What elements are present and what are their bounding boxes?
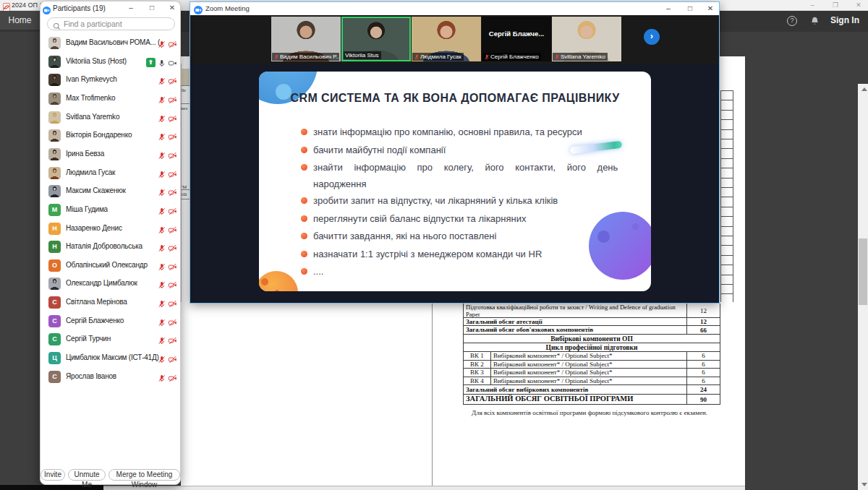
participant-row[interactable]: СЯрослав Іванов [41, 368, 182, 387]
video-tile[interactable]: Сергій Блажче...Сергій Блажченко [482, 17, 551, 61]
search-icon [53, 20, 61, 33]
video-tile[interactable]: Вадим Васильович Р... [271, 17, 341, 61]
tab-home[interactable]: Home [0, 11, 40, 30]
participant-row[interactable]: Ivan Rymkevych [41, 71, 182, 90]
bullet-dot-icon [301, 197, 307, 204]
acrobat-restore-button[interactable]: ❐ [827, 1, 843, 9]
camera-off-icon [168, 279, 177, 292]
search-input[interactable] [64, 19, 172, 29]
camera-off-icon [168, 242, 177, 255]
camera-off-icon [168, 168, 177, 181]
participant-row[interactable]: ССергій Блажченко [41, 312, 182, 331]
participants-panel-title: Participants (19) [53, 4, 106, 12]
participant-status-icons [158, 113, 177, 126]
video-tile[interactable]: Viktoriia Stus [341, 17, 411, 61]
participants-minimize-button[interactable]: – [124, 4, 138, 12]
participant-status-icons [158, 205, 177, 218]
participant-row[interactable]: Людмила Гусак [41, 164, 182, 183]
participant-name: Ivan Rymkevych [66, 75, 160, 83]
bullet-dot-icon [301, 164, 307, 171]
table-row: Загальний обсяг вибіркових компонентів24 [464, 385, 720, 395]
doc-text-fragment: 'М [182, 184, 187, 189]
participants-close-button[interactable]: ✕ [165, 4, 179, 12]
participant-name: Олександр Цимбалюк [66, 279, 160, 287]
table-section-header: Вибіркові компоненти ОП [464, 335, 720, 343]
participant-row[interactable]: Viktoriia Stus (Host) [41, 53, 182, 72]
next-participants-button[interactable]: › [644, 29, 660, 45]
participant-row[interactable]: Ірина Бевза [41, 145, 182, 164]
scrollbar-down-arrow[interactable] [861, 483, 867, 486]
participant-row[interactable]: ССергій Турчин [41, 330, 182, 349]
bullet-dot-icon [301, 129, 307, 135]
mic-muted-icon [158, 298, 166, 311]
participant-status-icons [158, 261, 177, 274]
participant-letter-avatar: Н [48, 241, 61, 253]
participant-status-icons [158, 168, 177, 181]
sign-in-button[interactable]: Sign In [830, 15, 859, 25]
bullet-dot-icon [301, 268, 307, 275]
table-fragment-line [720, 226, 733, 227]
notifications-bell-icon[interactable] [810, 16, 820, 29]
scrollbar-thumb[interactable] [859, 238, 867, 305]
table-row: Загальний обсяг обов'язкових компонентів… [464, 326, 720, 335]
participant-row[interactable]: Олександр Цимбалюк [41, 275, 182, 293]
participant-letter-avatar: С [48, 333, 61, 345]
participant-status-icons [158, 94, 177, 107]
participants-maximize-button[interactable]: □ [145, 4, 159, 12]
participant-row[interactable]: Svitlana Yaremko [41, 108, 182, 127]
participant-row[interactable]: ЦЦимбалюк Максим (ІСТ-41Д) [41, 349, 182, 368]
participant-status-icons [158, 353, 177, 366]
table-fragment-line [720, 168, 733, 168]
table-cell-label: Вибірковий компонент* / Optional Subject… [491, 352, 686, 360]
participant-status-icons [158, 298, 177, 311]
table-row: Цикл професійної підготовки [464, 343, 720, 352]
participant-photo-avatar [48, 278, 61, 290]
table-fragment-line [720, 119, 733, 120]
participant-row[interactable]: ССвітлана Мерінова [41, 293, 182, 312]
table-fragment-line [720, 129, 733, 130]
participant-row[interactable]: Max Trofimenko [41, 90, 182, 108]
unmute-me-button[interactable]: Unmute Me [68, 469, 106, 481]
table-cell-value: 12 [686, 318, 720, 325]
participant-row[interactable]: ООблапінський Олександр [41, 257, 182, 275]
camera-off-icon [168, 150, 177, 163]
video-tile[interactable]: Людмила Гусак [412, 17, 481, 61]
camera-off-icon [168, 224, 177, 237]
merge-to-meeting-window-button[interactable]: Merge to Meeting Window [109, 469, 180, 481]
table-cell-value: 6 [686, 377, 720, 385]
bullet-text: .... [313, 263, 628, 280]
acrobat-minimize-button[interactable]: – [804, 1, 820, 9]
participant-name: Назаренко Денис [66, 224, 160, 232]
participant-photo-avatar [48, 148, 61, 160]
scrollbar-up-arrow[interactable] [861, 87, 867, 91]
doc-text-fragment: 10і [181, 192, 187, 197]
participant-row[interactable]: Вадим Васильович РОМА... (Me) [41, 34, 182, 53]
slide-bullet: назначати 1:1 зустрічі з менеджером кома… [301, 246, 628, 264]
table-row: ЗАГАЛЬНИЙ ОБСЯГ ОСВІТНЬОЇ ПРОГРАМИ90 [464, 395, 720, 405]
invite-button[interactable]: Invite [41, 469, 65, 481]
participant-row[interactable]: ММіша Гудима [41, 201, 182, 220]
help-icon[interactable]: ? [787, 16, 797, 26]
acrobat-close-button[interactable]: ✕ [851, 1, 867, 9]
table-fragment-line [720, 187, 733, 188]
table-row: Вибіркові компоненти ОП [464, 335, 720, 343]
participant-name: Сергій Блажченко [66, 317, 160, 324]
participant-name: Цимбалюк Максим (ІСТ-41Д) [66, 353, 160, 361]
camera-off-icon [168, 317, 177, 330]
participant-row[interactable]: ННазаренко Денис [41, 220, 182, 238]
participant-letter-avatar: Ц [48, 352, 61, 364]
video-tile[interactable]: Svitlana Yaremko [552, 17, 621, 61]
camera-off-icon [168, 298, 177, 311]
participant-row[interactable]: Максим Скаженюк [41, 182, 182, 201]
zoom-minimize-button[interactable]: – [659, 4, 678, 14]
participant-letter-avatar: О [48, 259, 61, 272]
participant-row[interactable]: ННаталія Добровольська [41, 238, 182, 257]
table-cell-code: ВК 4 [464, 377, 491, 385]
zoom-close-button[interactable]: ✕ [701, 4, 720, 14]
zoom-maximize-button[interactable]: □ [681, 4, 699, 14]
participant-row[interactable]: Вікторія Бондаренко [41, 126, 182, 145]
participant-name: Облапінський Олександр [66, 261, 160, 269]
table-fragment-line [720, 197, 733, 197]
mic-muted-icon [158, 335, 166, 348]
table-fragment-line [720, 293, 733, 294]
